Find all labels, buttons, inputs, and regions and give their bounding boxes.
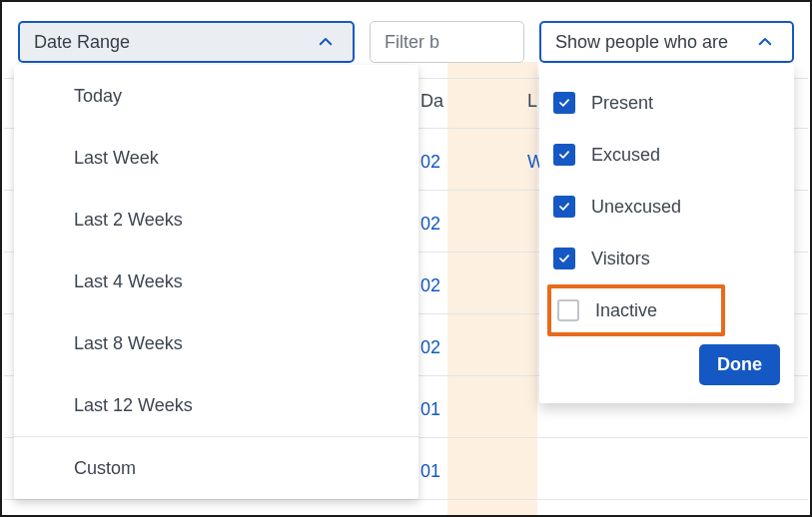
date-range-option-custom[interactable]: Custom [14, 437, 418, 499]
show-people-dropdown[interactable]: Show people who are [539, 21, 794, 63]
checkbox-checked-icon [553, 144, 575, 166]
highlight-box: Inactive [547, 284, 725, 336]
table-cell-date[interactable]: 02 [420, 275, 440, 296]
option-label: Unexcused [591, 197, 681, 218]
done-button[interactable]: Done [699, 344, 780, 385]
option-label: Visitors [591, 249, 650, 269]
date-range-dropdown[interactable]: Date Range [18, 21, 355, 63]
filter-placeholder: Filter b [385, 32, 439, 53]
option-label: Excused [591, 145, 660, 166]
date-range-option-last-8-weeks[interactable]: Last 8 Weeks [14, 312, 418, 374]
show-people-option-visitors[interactable]: Visitors [553, 233, 780, 284]
show-people-option-excused[interactable]: Excused [553, 129, 780, 181]
table-cell-date[interactable]: 01 [420, 461, 440, 482]
checkbox-checked-icon [553, 196, 575, 218]
show-people-option-present[interactable]: Present [553, 77, 780, 129]
show-people-option-inactive[interactable]: Inactive [557, 299, 657, 321]
date-range-label: Date Range [34, 32, 130, 53]
checkbox-unchecked-icon [557, 299, 579, 321]
show-people-label: Show people who are [555, 32, 728, 53]
chevron-up-icon [313, 29, 339, 55]
table-cell-date[interactable]: 02 [420, 214, 440, 235]
date-range-option-last-4-weeks[interactable]: Last 4 Weeks [14, 251, 418, 312]
date-range-option-today[interactable]: Today [14, 65, 418, 127]
show-people-option-unexcused[interactable]: Unexcused [553, 181, 780, 233]
column-header-last: L [527, 91, 537, 112]
option-label: Present [591, 93, 653, 114]
date-range-option-last-week[interactable]: Last Week [14, 127, 418, 189]
table-cell-date[interactable]: 02 [420, 152, 440, 173]
column-header-date: Da [420, 91, 443, 112]
table-cell-date[interactable]: 02 [420, 337, 440, 358]
checkbox-checked-icon [553, 92, 575, 114]
checkbox-checked-icon [553, 248, 575, 269]
option-label: Inactive [595, 300, 657, 321]
filter-input[interactable]: Filter b [370, 21, 524, 63]
chevron-up-icon [752, 29, 778, 55]
date-range-menu: Today Last Week Last 2 Weeks Last 4 Week… [14, 65, 418, 499]
date-range-option-last-2-weeks[interactable]: Last 2 Weeks [14, 189, 418, 251]
date-range-option-last-12-weeks[interactable]: Last 12 Weeks [14, 374, 418, 436]
table-cell-date[interactable]: 01 [420, 399, 440, 420]
show-people-menu: Present Excused Unexcused Visitors Inact… [539, 63, 794, 403]
